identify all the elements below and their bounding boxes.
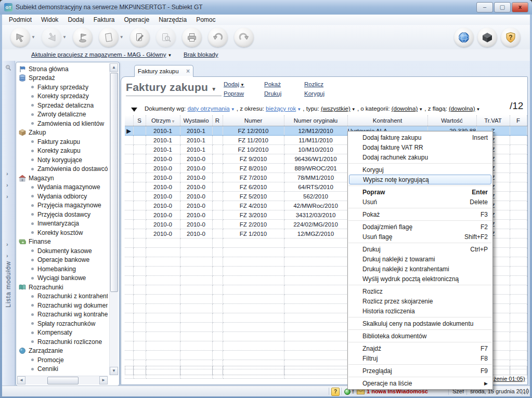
sidebar-item-zwroty-detaliczne[interactable]: Zwroty detaliczne	[19, 110, 108, 120]
chevron-right-icon[interactable]: ›	[6, 170, 8, 177]
scrollbar-thumb[interactable]	[110, 73, 118, 292]
sidebar-section-magazyn[interactable]: Magazyn	[19, 174, 108, 183]
sidebar-item-korekty-zakupu[interactable]: Korekty zakupu	[19, 147, 108, 156]
printer-icon[interactable]	[182, 28, 202, 47]
chevron-down-icon[interactable]: ▼	[62, 35, 67, 39]
context-menu-item-wypisz-not-koryguj-c[interactable]: Wypisz notę korygującą	[349, 175, 491, 184]
context-menu-item-operacje-na-li-cie[interactable]: Operacje na liście▶	[348, 378, 492, 388]
sidebar-item-faktury-sprzeda-y[interactable]: Faktury sprzedaży	[19, 83, 108, 92]
sidebar-item-zam-wienia-od-klient-w[interactable]: Zamówienia od klientów	[19, 119, 108, 128]
add-link[interactable]: Dodaj▼	[224, 81, 244, 87]
sidebar-item-przyj-cia-dostawcy[interactable]: Przyjęcia dostawcy	[19, 210, 108, 219]
sidebar-item-inwentaryzacja[interactable]: Inwentaryzacja	[19, 219, 108, 229]
redo-arrow-icon[interactable]	[234, 28, 254, 47]
menu-item-podmiot[interactable]: Podmiot	[4, 15, 36, 24]
print-link[interactable]: Drukuj	[264, 90, 281, 97]
menu-item-narz-dzia[interactable]: Narzędzia	[154, 15, 191, 24]
sidebar-item-kompensaty[interactable]: Kompensaty	[19, 328, 108, 338]
sidebar-item-rozrachunki-z-kontrahente[interactable]: Rozrachunki z kontrahente	[19, 292, 108, 301]
context-menu-item-dodaj-faktur-vat-rr[interactable]: Dodaj fakturę VAT RR	[348, 142, 492, 152]
column-header-r[interactable]: R	[212, 115, 223, 126]
context-menu-item-drukuj-naklejki-z-kontrahentami[interactable]: Drukuj naklejki z kontrahentami	[348, 264, 492, 274]
settle-link[interactable]: Rozlicz	[304, 81, 323, 87]
chevron-right-icon[interactable]: ›	[6, 264, 8, 270]
context-menu-item-wy-lij-wydruk-poczt-elektroniczn[interactable]: Wyślij wydruk pocztą elektroniczną	[348, 274, 492, 284]
context-menu-item-dodaj-faktur-zakupu[interactable]: Dodaj fakturę zakupuInsert	[348, 132, 492, 142]
sidebar-item-korekty-sprzeda-y[interactable]: Korekty sprzedaży	[19, 92, 108, 101]
scroll-up-button[interactable]: ▲	[110, 63, 118, 72]
filter-category[interactable]: (dowolna)▼	[392, 105, 423, 112]
context-menu-item-filtruj[interactable]: FiltrujF8	[348, 353, 492, 363]
sidebar-item-sp-aty-rozrachunk-w[interactable]: Spłaty rozrachunków	[19, 319, 108, 328]
context-menu-item-dodaj-zmie-flag[interactable]: Dodaj/zmień flagęF2	[348, 222, 492, 232]
undo-arrow-icon[interactable]	[208, 28, 228, 47]
context-menu-item-przegl-daj[interactable]: PrzeglądajF9	[348, 366, 492, 376]
modules-strip[interactable]: › › › Lista modułów › › ›	[2, 61, 15, 386]
refresh-info-link-fragment[interactable]: żenie 01:05)	[494, 376, 525, 382]
filter-collapse-icon[interactable]	[131, 108, 137, 112]
sidebar-item-promocje[interactable]: Promocje	[19, 355, 108, 365]
context-menu-item-historia-rozliczenia[interactable]: Historia rozliczenia	[348, 306, 492, 316]
sidebar-item-sprzeda-detaliczna[interactable]: Sprzedaż detaliczna	[19, 101, 108, 110]
sidebar-horizontal-scrollbar[interactable]: ◄ ►	[17, 376, 108, 384]
close-button[interactable]: x	[512, 2, 528, 12]
sidebar-item-operacje-bankowe[interactable]: Operacje bankowe	[19, 256, 108, 265]
context-menu-item-popraw[interactable]: PoprawEnter	[348, 187, 492, 197]
column-header-warto[interactable]: Wartość	[427, 115, 476, 126]
tab-close-icon[interactable]: ×	[186, 68, 190, 75]
menu-item-pomoc[interactable]: Pomoc	[191, 15, 220, 24]
sidebar-item-faktury-zakupu[interactable]: Faktury zakupu	[19, 137, 108, 147]
sidebar-item-rozrachunki-rozliczone[interactable]: Rozrachunki rozliczone	[19, 337, 108, 347]
menu-item-operacje[interactable]: Operacje	[119, 15, 154, 24]
send-arrow-icon[interactable]	[42, 28, 61, 47]
sidebar-section-sprzeda[interactable]: Sprzedaż	[19, 74, 108, 83]
sidebar-section-zarz-dzanie[interactable]: Zarządzanie	[19, 347, 108, 356]
filter-flag[interactable]: (dowolna)▼	[449, 105, 480, 112]
sidebar-section-zakup[interactable]: Zakup	[19, 128, 108, 138]
context-menu-item-usu-flag[interactable]: Usuń flagęShift+F2	[348, 232, 492, 242]
sidebar-item-korekty-koszt-w[interactable]: Korekty kosztów	[19, 228, 108, 237]
sidebar-section-finanse[interactable]: Finanse	[19, 237, 108, 247]
context-menu-item-usu[interactable]: UsuńDelete	[348, 197, 492, 207]
sidebar-item-wyci-gi-bankowe[interactable]: Wyciągi bankowe	[19, 274, 108, 283]
new-document-icon[interactable]	[99, 28, 119, 47]
titlebar[interactable]: GT Subiekt demonstracyjny na serwerze MK…	[0, 0, 532, 15]
column-header-numer[interactable]: Numer	[223, 115, 284, 126]
filter-type[interactable]: (wszystkie)▼	[321, 105, 356, 112]
cube-icon[interactable]	[477, 28, 497, 47]
chevron-right-icon[interactable]: ›	[6, 253, 8, 259]
menu-item-dodaj[interactable]: Dodaj	[63, 15, 88, 24]
sidebar-item-homebanking[interactable]: Homebanking	[19, 264, 108, 274]
minimize-button[interactable]: –	[476, 2, 493, 12]
chevron-right-icon[interactable]: ›	[6, 182, 8, 188]
sidebar-item-dokumenty-kasowe[interactable]: Dokumenty kasowe	[19, 246, 108, 256]
scroll-right-button[interactable]: ►	[99, 376, 108, 384]
column-header-numer-orygina-u[interactable]: Numer oryginału	[284, 115, 347, 126]
context-menu-item-poka[interactable]: PokażF3	[348, 209, 492, 219]
sidebar-item-wydania-magazynowe[interactable]: Wydania magazynowe	[19, 183, 108, 192]
maximize-button[interactable]: ▢	[494, 2, 511, 12]
context-menu-item-znajd[interactable]: ZnajdźF7	[348, 343, 492, 353]
sidebar-item-przyj-cia-magazynowe[interactable]: Przyjęcia magazynowe	[19, 201, 108, 210]
sidebar-item-zam-wienia-do-dostawc[interactable]: Zamówienia do dostawcó	[19, 165, 108, 174]
column-header-s[interactable]: S	[133, 115, 146, 126]
chevron-right-icon[interactable]: ›	[6, 241, 8, 247]
globe-icon[interactable]	[454, 28, 474, 47]
sidebar-section-rozrachunki[interactable]: Rozrachunki	[19, 283, 108, 292]
warehouse-link[interactable]: Aktualnie pracujesz z magazynem - MAG - …	[31, 51, 172, 58]
edit-document-icon[interactable]	[130, 28, 150, 47]
menu-item-widok[interactable]: Widok	[36, 15, 63, 24]
tab-faktury-zakupu[interactable]: Faktury zakupu ×	[134, 65, 193, 77]
sidebar-item-cenniki[interactable]: Cenniki	[19, 365, 108, 374]
menu-item-faktura[interactable]: Faktura	[89, 15, 120, 24]
filter-period[interactable]: bieżący rok▼	[266, 105, 301, 112]
scrollbar-thumb[interactable]	[47, 377, 79, 384]
lock-status-link[interactable]: Brak blokady	[184, 51, 218, 58]
resize-grip[interactable]	[522, 388, 529, 395]
scroll-down-button[interactable]: ▼	[110, 367, 118, 375]
column-header-f[interactable]: F	[510, 115, 527, 126]
context-menu-item-skalkuluj-ceny-na-podstawie-dokumentu[interactable]: Skalkuluj ceny na podstawie dokumentu	[348, 319, 492, 328]
filter-date-type[interactable]: daty otrzymania▼	[187, 105, 235, 112]
help-icon[interactable]: ?	[331, 388, 340, 396]
context-menu-item-koryguj[interactable]: Koryguj	[348, 165, 492, 175]
